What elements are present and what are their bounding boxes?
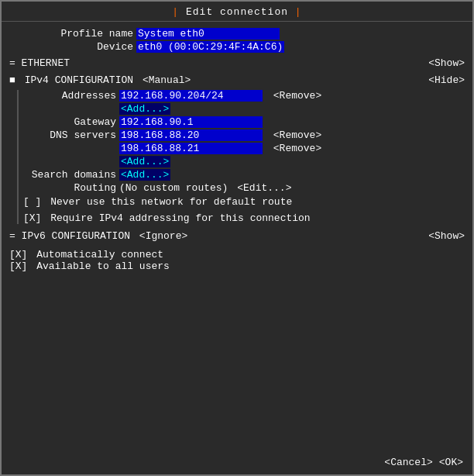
ipv4-header-left: ■ IPv4 CONFIGURATION <Manual>	[9, 74, 191, 86]
main-content: Profile name System eth0 Device eth0 (00…	[2, 22, 472, 452]
auto-connect-row: [X] Automatically connect	[9, 249, 465, 260]
dns-value2[interactable]: 198.168.88.21	[119, 143, 263, 154]
routing-value-wrap: (No custom routes) <Edit...>	[119, 182, 291, 194]
auto-connect-text: Automatically connect	[36, 249, 163, 260]
dns-value2-wrap: 198.168.88.21 <Remove>	[119, 143, 321, 154]
profile-name-label: Profile name	[9, 28, 133, 40]
gateway-value-wrap: 192.168.90.1	[119, 116, 263, 128]
dns-value1-wrap: 198.168.88.20 <Remove>	[119, 129, 321, 141]
addresses-label: Addresses	[23, 90, 116, 102]
addresses-add-btn[interactable]: <Add...>	[119, 103, 170, 115]
device-row: Device eth0 (00:0C:29:4F:4A:C6)	[9, 41, 465, 53]
gateway-label: Gateway	[23, 116, 116, 128]
available-users-text: Available to all users	[36, 260, 170, 272]
ipv4-mode[interactable]: <Manual>	[143, 74, 191, 86]
addresses-add-row: <Add...>	[23, 103, 465, 115]
dns-value1[interactable]: 198.168.88.20	[119, 129, 263, 141]
routing-value: (No custom routes)	[119, 182, 228, 194]
ok-button[interactable]: <OK>	[438, 457, 465, 468]
ethernet-label: = ETHERNET	[9, 57, 70, 69]
ipv4-bullet: ■	[9, 74, 15, 86]
ipv4-header-row: ■ IPv4 CONFIGURATION <Manual> <Hide>	[9, 74, 465, 88]
routing-edit-btn[interactable]: <Edit...>	[237, 182, 291, 194]
available-users-row: [X] Available to all users	[9, 260, 465, 272]
device-label: Device	[9, 41, 133, 53]
title-pipe-right: |	[295, 6, 302, 18]
gateway-row: Gateway 192.168.90.1	[23, 116, 465, 128]
device-value-wrap: eth0 (00:0C:29:4F:4A:C6)	[136, 41, 284, 53]
search-domains-add-btn[interactable]: <Add...>	[119, 169, 170, 181]
ipv6-show-btn[interactable]: <Show>	[428, 230, 465, 242]
ethernet-show-btn[interactable]: <Show>	[428, 57, 465, 69]
require-ipv4-row: [X] Require IPv4 addressing for this con…	[23, 212, 465, 224]
ipv6-label: = IPv6 CONFIGURATION	[9, 230, 130, 242]
bottom-bar: <Cancel> <OK>	[2, 452, 472, 474]
search-domains-row: Search domains <Add...>	[23, 169, 465, 181]
profile-name-value[interactable]: System eth0	[136, 28, 280, 40]
ethernet-section-row: = ETHERNET <Show>	[9, 57, 465, 71]
ipv6-header-left: = IPv6 CONFIGURATION <Ignore>	[9, 230, 187, 242]
never-use-text: Never use this network for default route	[50, 196, 292, 208]
gateway-value[interactable]: 192.168.90.1	[119, 116, 263, 128]
auto-connect-checkbox[interactable]: [X]	[9, 249, 27, 260]
title-bar: | Edit connection |	[2, 2, 472, 22]
addresses-remove-btn[interactable]: <Remove>	[273, 90, 321, 102]
addresses-value[interactable]: 192.168.90.204/24	[119, 90, 263, 102]
ipv6-header-row: = IPv6 CONFIGURATION <Ignore> <Show>	[9, 230, 465, 244]
dns-remove2-btn[interactable]: <Remove>	[273, 143, 321, 154]
ipv4-config-block: Addresses 192.168.90.204/24 <Remove> <Ad…	[17, 90, 465, 224]
require-ipv4-text: Require IPv4 addressing for this connect…	[50, 212, 310, 224]
require-ipv4-checkbox[interactable]: [X]	[23, 212, 41, 224]
title-text: Edit connection	[186, 6, 295, 18]
cancel-button[interactable]: <Cancel>	[383, 457, 434, 468]
device-value[interactable]: eth0 (00:0C:29:4F:4A:C6)	[136, 41, 284, 53]
ipv4-label: IPv4 CONFIGURATION	[25, 74, 133, 86]
ipv4-hide-btn[interactable]: <Hide>	[428, 74, 465, 86]
addresses-add-wrap: <Add...>	[119, 103, 170, 115]
addresses-value-wrap: 192.168.90.204/24 <Remove>	[119, 90, 321, 102]
available-users-checkbox[interactable]: [X]	[9, 260, 27, 272]
dns-add-btn[interactable]: <Add...>	[119, 156, 170, 167]
dns-row1: DNS servers 198.168.88.20 <Remove>	[23, 129, 465, 141]
title-pipe-left: |	[172, 6, 179, 18]
profile-name-value-wrap: System eth0	[136, 28, 280, 40]
ipv6-mode[interactable]: <Ignore>	[139, 230, 187, 242]
addresses-row: Addresses 192.168.90.204/24 <Remove>	[23, 90, 465, 102]
never-use-checkbox[interactable]: [ ]	[23, 196, 41, 208]
search-domains-label: Search domains	[23, 169, 116, 181]
dns-add-wrap: <Add...>	[119, 156, 170, 167]
routing-label: Routing	[23, 182, 116, 194]
dns-row2: 198.168.88.21 <Remove>	[23, 143, 465, 154]
dns-add-row: <Add...>	[23, 156, 465, 167]
profile-name-row: Profile name System eth0	[9, 28, 465, 40]
dns-remove1-btn[interactable]: <Remove>	[273, 129, 321, 141]
routing-row: Routing (No custom routes) <Edit...>	[23, 182, 465, 194]
edit-connection-window: | Edit connection | Profile name System …	[0, 0, 474, 476]
search-domains-value-wrap: <Add...>	[119, 169, 170, 181]
never-use-row: [ ] Never use this network for default r…	[23, 196, 465, 208]
ipv6-section: = IPv6 CONFIGURATION <Ignore> <Show>	[9, 230, 465, 244]
dns-label: DNS servers	[23, 129, 116, 141]
